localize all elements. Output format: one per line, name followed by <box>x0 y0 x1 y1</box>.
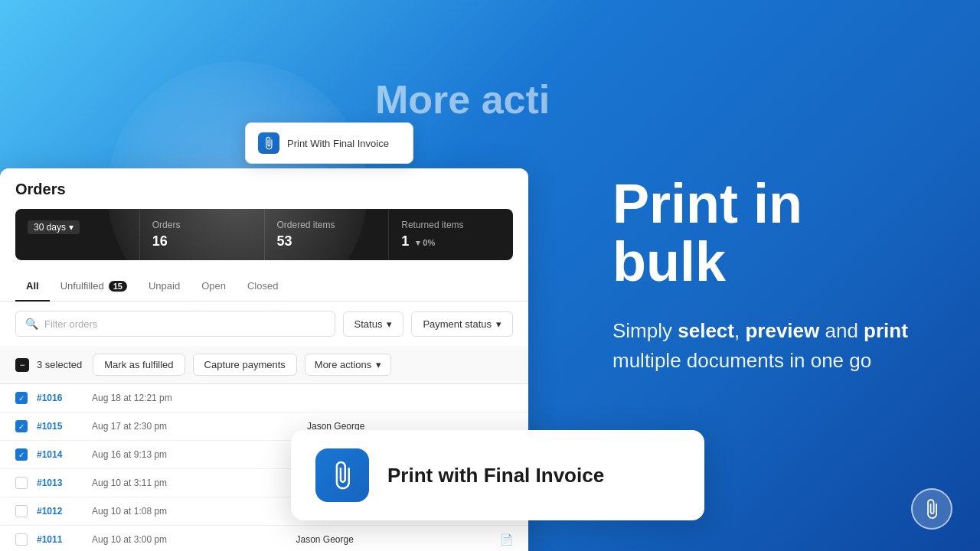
chevron-down-icon: ▾ <box>69 222 74 233</box>
order-id: #1015 <box>37 421 83 432</box>
order-id: #1012 <box>37 506 83 517</box>
tab-unfulfilled[interactable]: Unfulfilled 15 <box>50 271 138 301</box>
search-icon: 🔍 <box>25 318 38 330</box>
order-customer: Jason George <box>296 534 492 545</box>
row-checkbox[interactable] <box>15 477 28 489</box>
order-date: Aug 10 at 3:11 pm <box>92 478 298 488</box>
period-badge[interactable]: 30 days ▾ <box>28 220 80 234</box>
row-checkbox[interactable] <box>15 392 28 404</box>
tab-all[interactable]: All <box>15 271 50 301</box>
table-row: #1016 Aug 18 at 12:21 pm <box>0 384 528 412</box>
mark-fulfilled-button[interactable]: Mark as fulfilled <box>93 354 185 376</box>
headline: Print in bulk <box>612 175 934 291</box>
order-id: #1013 <box>37 478 83 488</box>
tab-open[interactable]: Open <box>191 271 237 301</box>
stat-ordered-items: Ordered items 53 <box>264 209 389 260</box>
orders-title: Orders <box>15 181 513 198</box>
row-checkbox[interactable] <box>15 420 28 432</box>
stats-bar: 30 days ▾ Orders 16 Ordered items 53 Ret… <box>15 209 513 260</box>
order-date: Aug 17 at 2:30 pm <box>92 421 298 432</box>
logo-circle <box>911 488 952 530</box>
table-row: #1011 Aug 10 at 3:00 pm Jason George 📄 <box>0 526 528 551</box>
order-id: #1014 <box>37 449 83 460</box>
print-with-final-invoice-item[interactable]: Print With Final Invoice <box>246 123 413 163</box>
paperclip-icon <box>258 132 279 154</box>
brand-logo <box>911 488 952 530</box>
action-bar: − 3 selected Mark as fulfilled Capture p… <box>0 346 528 384</box>
tab-closed[interactable]: Closed <box>237 271 289 301</box>
card-label: Print with Final Invoice <box>387 464 604 487</box>
more-actions-dropdown: Print With Final Invoice <box>245 122 413 164</box>
order-id: #1016 <box>37 393 83 403</box>
orders-header: Orders 30 days ▾ Orders 16 Ordered items… <box>0 168 528 269</box>
chevron-down-icon: ▾ <box>496 318 501 330</box>
payment-status-filter-button[interactable]: Payment status ▾ <box>411 311 513 337</box>
bottom-card: Print with Final Invoice <box>291 430 704 520</box>
tab-unpaid[interactable]: Unpaid <box>138 271 191 301</box>
row-checkbox[interactable] <box>15 505 28 517</box>
card-icon-paperclip <box>315 448 369 502</box>
stat-period: 30 days ▾ <box>15 209 139 260</box>
select-all-checkbox[interactable]: − <box>15 358 29 372</box>
search-box[interactable]: 🔍 Filter orders <box>15 311 335 337</box>
filter-row: 🔍 Filter orders Status ▾ Payment status … <box>0 302 528 346</box>
chevron-down-icon: ▾ <box>387 318 392 330</box>
document-icon: 📄 <box>500 533 513 546</box>
selected-count: 3 selected <box>37 359 82 370</box>
row-checkbox[interactable] <box>15 533 28 546</box>
capture-payments-button[interactable]: Capture payments <box>193 354 297 376</box>
order-date: Aug 18 at 12:21 pm <box>92 393 513 403</box>
returned-down-icon: ▾ 0% <box>416 238 435 247</box>
stat-orders: Orders 16 <box>139 209 264 260</box>
stat-returned-items: Returned items 1 ▾ 0% <box>388 209 513 260</box>
row-checkbox[interactable] <box>15 448 28 461</box>
order-date: Aug 10 at 3:00 pm <box>92 534 287 545</box>
status-filter-button[interactable]: Status ▾ <box>343 311 404 337</box>
more-actions-overlay-text: More acti <box>375 77 550 122</box>
order-id: #1011 <box>37 534 83 545</box>
tabs-row: All Unfulfilled 15 Unpaid Open Closed <box>0 271 528 302</box>
order-date: Aug 10 at 1:08 pm <box>92 506 298 517</box>
more-actions-button[interactable]: More actions ▾ <box>305 354 391 376</box>
order-date: Aug 16 at 9:13 pm <box>92 449 298 460</box>
subtitle: Simply select, preview and print multipl… <box>612 316 934 376</box>
chevron-down-icon: ▾ <box>376 359 381 370</box>
